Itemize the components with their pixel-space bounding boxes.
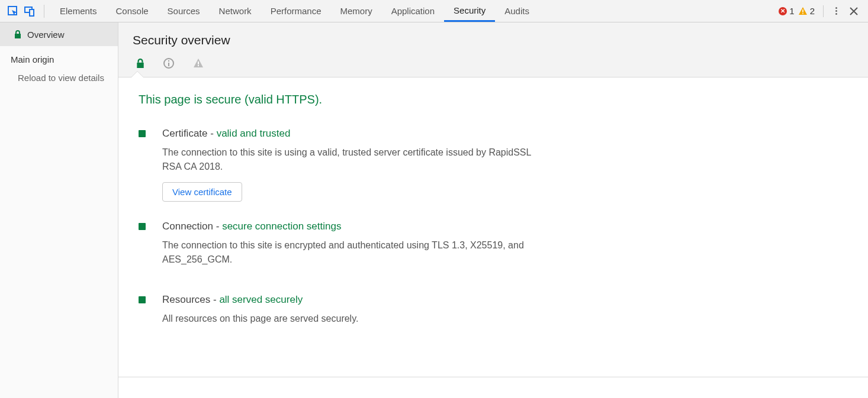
security-state-warning-icon[interactable] [193, 58, 204, 69]
svg-rect-11 [198, 65, 199, 66]
active-state-pointer [131, 72, 143, 77]
section-certificate-heading: Certificate - valid and trusted [162, 128, 541, 140]
page-title: Security overview [133, 33, 854, 47]
close-devtools-icon[interactable] [844, 4, 863, 18]
tab-memory[interactable]: Memory [331, 0, 382, 22]
svg-rect-6 [137, 63, 143, 68]
tab-network[interactable]: Network [210, 0, 261, 22]
svg-rect-4 [802, 13, 803, 14]
sidebar-item-overview[interactable]: Overview [0, 22, 118, 46]
error-counter[interactable]: ✕ 1 [779, 6, 794, 16]
security-main-panel: Security overview This page is secure (v… [118, 22, 868, 398]
sidebar-reload-hint: Reload to view details [0, 67, 118, 85]
section-certificate-desc: The connection to this site is using a v… [162, 145, 541, 174]
lock-icon [14, 30, 21, 38]
sidebar-main-origin-heading: Main origin [0, 46, 118, 67]
svg-rect-9 [168, 60, 169, 62]
svg-rect-3 [802, 9, 803, 12]
footer-divider [118, 377, 868, 398]
svg-rect-2 [30, 9, 34, 16]
error-count: 1 [789, 6, 794, 16]
section-resources-heading: Resources - all served securely [162, 294, 541, 306]
tab-application[interactable]: Application [382, 0, 444, 22]
section-resources-desc: All resources on this page are served se… [162, 312, 541, 326]
sidebar-overview-label: Overview [27, 30, 65, 40]
security-sidebar: Overview Main origin Reload to view deta… [0, 22, 118, 398]
security-state-secure-icon[interactable] [136, 59, 144, 68]
svg-rect-5 [15, 34, 21, 38]
status-square-icon [139, 223, 146, 230]
tab-audits[interactable]: Audits [495, 0, 539, 22]
svg-rect-10 [198, 62, 199, 64]
section-certificate: Certificate - valid and trusted The conn… [139, 128, 541, 202]
section-connection-heading: Connection - secure connection settings [162, 221, 541, 232]
devtools-tabs: Elements Console Sources Network Perform… [50, 0, 539, 22]
secure-summary: This page is secure (valid HTTPS). [139, 93, 854, 106]
tab-performance[interactable]: Performance [261, 0, 331, 22]
view-certificate-button[interactable]: View certificate [162, 182, 242, 202]
section-connection-desc: The connection to this site is encrypted… [162, 238, 541, 267]
svg-rect-8 [168, 63, 169, 66]
settings-menu-icon[interactable] [832, 4, 841, 18]
section-resources: Resources - all served securely All reso… [139, 294, 541, 334]
warning-icon [798, 7, 808, 16]
tab-security[interactable]: Security [444, 0, 495, 22]
security-state-info-icon[interactable] [163, 58, 174, 69]
status-square-icon [139, 296, 146, 303]
tab-console[interactable]: Console [107, 0, 158, 22]
error-icon: ✕ [779, 7, 787, 15]
separator [823, 5, 824, 17]
inspect-element-icon[interactable] [5, 3, 21, 20]
device-toolbar-icon[interactable] [21, 3, 38, 20]
status-square-icon [139, 130, 146, 137]
separator [44, 5, 44, 18]
tab-sources[interactable]: Sources [158, 0, 210, 22]
section-connection: Connection - secure connection settings … [139, 221, 541, 275]
warning-counter[interactable]: 2 [798, 6, 815, 16]
tab-elements[interactable]: Elements [50, 0, 107, 22]
warning-count: 2 [810, 6, 815, 16]
devtools-tabstrip: Elements Console Sources Network Perform… [0, 0, 868, 22]
